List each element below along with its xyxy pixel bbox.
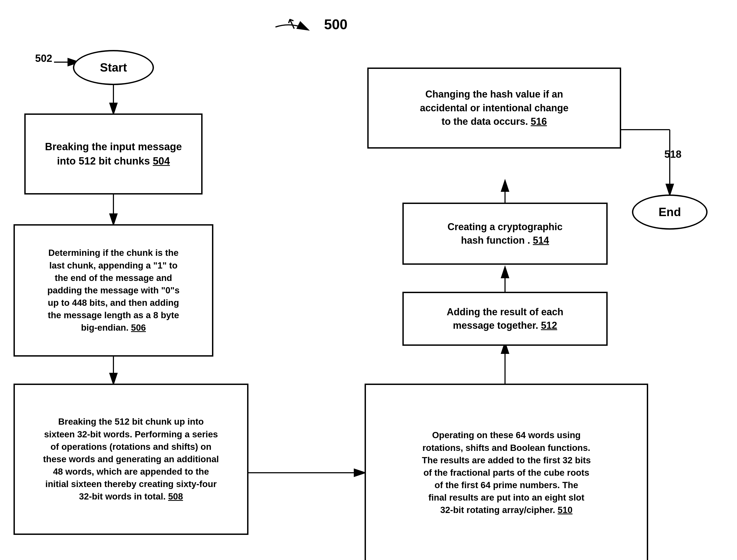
box-510-text: Operating on these 64 words usingrotatio…: [422, 429, 591, 516]
end-oval: End: [632, 195, 708, 230]
title-arrow: ↗: [284, 13, 301, 33]
box-506: Determining if the chunk is thelast chun…: [14, 224, 213, 357]
box-516: Changing the hash value if anaccidental …: [367, 68, 621, 149]
box-514-text: Creating a cryptographichash function . …: [447, 220, 562, 247]
start-label: Start: [100, 61, 127, 74]
end-label: End: [658, 205, 681, 219]
box-506-text: Determining if the chunk is thelast chun…: [47, 247, 180, 334]
box-514: Creating a cryptographichash function . …: [402, 203, 608, 265]
label-502: 502: [35, 53, 52, 64]
box-504-text: Breaking the input messageinto 512 bit c…: [45, 140, 182, 168]
box-508-text: Breaking the 512 bit chunk up intosixtee…: [43, 415, 219, 503]
box-508: Breaking the 512 bit chunk up intosixtee…: [14, 384, 249, 535]
diagram-title: 500: [324, 16, 348, 32]
box-512-text: Adding the result of eachmessage togethe…: [447, 305, 563, 333]
label-518: 518: [664, 149, 681, 160]
box-516-text: Changing the hash value if anaccidental …: [420, 88, 568, 128]
box-504: Breaking the input messageinto 512 bit c…: [24, 113, 203, 195]
start-oval: Start: [73, 50, 154, 85]
flowchart-diagram: 500 ↗ 502 Start Breaking the input messa…: [0, 0, 737, 560]
box-510: Operating on these 64 words usingrotatio…: [365, 384, 648, 560]
box-512: Adding the result of eachmessage togethe…: [402, 292, 608, 346]
